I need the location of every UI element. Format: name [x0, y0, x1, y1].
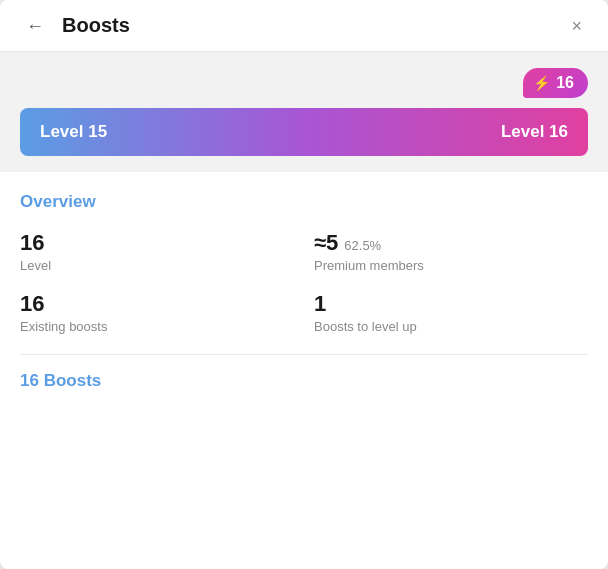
stat-existing-label: Existing boosts	[20, 319, 294, 334]
close-button[interactable]: ×	[565, 15, 588, 37]
level-progress-bar: Level 15 Level 16	[20, 108, 588, 156]
level-current: Level 15	[40, 122, 107, 142]
lightning-icon: ⚡	[533, 75, 550, 91]
overview-title: Overview	[20, 192, 588, 212]
stat-existing-boosts: 16 Existing boosts	[20, 291, 294, 334]
boosts-section-title: 16 Boosts	[20, 371, 588, 391]
stats-grid: 16 Level ≈5 62.5% Premium members 16 Exi…	[20, 230, 588, 334]
boosts-window: ← Boosts × ⚡ 16 Level 15 Level 16 Overvi…	[0, 0, 608, 569]
boost-badge: ⚡ 16	[523, 68, 588, 98]
stat-boosts-to-level-up: 1 Boosts to level up	[314, 291, 588, 334]
stat-premium-secondary: 62.5%	[344, 238, 381, 253]
stat-level-value: 16	[20, 230, 44, 256]
stat-premium-value: ≈5	[314, 230, 338, 256]
back-button[interactable]: ←	[20, 15, 50, 37]
boost-count: 16	[556, 74, 574, 92]
level-next: Level 16	[501, 122, 568, 142]
divider	[20, 354, 588, 355]
header: ← Boosts ×	[0, 0, 608, 52]
stat-level: 16 Level	[20, 230, 294, 273]
page-title: Boosts	[62, 14, 130, 37]
content-area: Overview 16 Level ≈5 62.5% Premium membe…	[0, 172, 608, 569]
boost-banner: ⚡ 16 Level 15 Level 16	[0, 52, 608, 172]
stat-level-up-label: Boosts to level up	[314, 319, 588, 334]
stat-level-label: Level	[20, 258, 294, 273]
stat-existing-value: 16	[20, 291, 44, 317]
header-left: ← Boosts	[20, 14, 130, 37]
stat-level-up-value: 1	[314, 291, 326, 317]
stat-premium-label: Premium members	[314, 258, 588, 273]
stat-premium-members: ≈5 62.5% Premium members	[314, 230, 588, 273]
